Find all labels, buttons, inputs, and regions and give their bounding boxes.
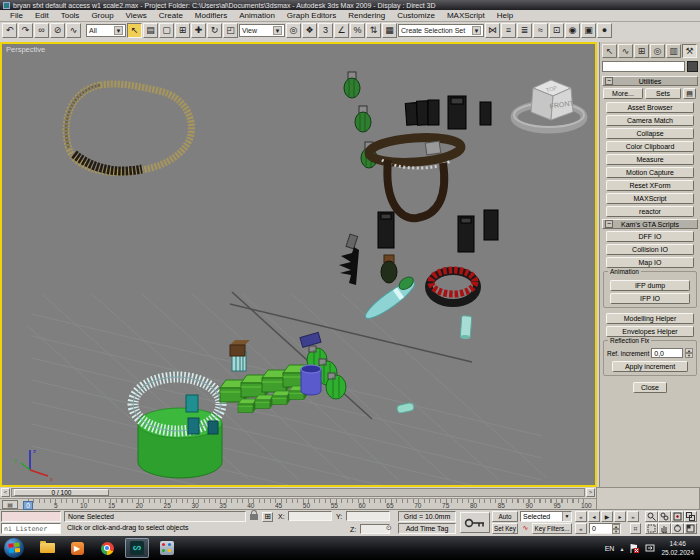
named-selection-sets-icon[interactable]: ▦ <box>382 23 397 38</box>
zoom-icon[interactable] <box>645 511 658 522</box>
sync-tray-icon[interactable] <box>645 543 655 553</box>
maxscript-mini-listener[interactable]: ni Listener <box>1 523 61 534</box>
more-button[interactable]: More... <box>603 88 643 99</box>
hierarchy-tab-icon[interactable]: ⊞ <box>634 44 649 58</box>
key-selection-dropdown[interactable]: Selected ▼ <box>520 511 572 522</box>
script-button[interactable]: Collision IO <box>606 244 694 255</box>
viewport-label[interactable]: Perspective <box>6 45 45 54</box>
percent-snap-icon[interactable]: % <box>350 23 365 38</box>
script-button[interactable]: IFP IO <box>610 293 690 304</box>
ammo-drum-object[interactable] <box>133 377 222 478</box>
set-key-button[interactable]: Set Key <box>492 523 518 534</box>
sets-button[interactable]: Sets <box>645 88 681 99</box>
menu-item[interactable]: Graph Editors <box>281 11 342 20</box>
script-button[interactable]: Map IO <box>606 257 694 268</box>
spinner-snap-icon[interactable]: ⇅ <box>366 23 381 38</box>
y-field[interactable] <box>346 511 390 521</box>
absolute-mode-icon[interactable]: ⊞ <box>262 512 273 522</box>
prev-frame-icon[interactable]: ◂ <box>588 511 600 522</box>
helper-button[interactable]: Envelopes Helper <box>606 326 694 337</box>
ammo-belt-object[interactable] <box>66 84 191 172</box>
modify-tab-icon[interactable]: ∿ <box>618 44 633 58</box>
mini-curve-editor-icon[interactable]: ▤ <box>2 500 18 509</box>
knife-object[interactable] <box>339 234 359 285</box>
menu-item[interactable]: Help <box>491 11 519 20</box>
hidden-icons-arrow[interactable]: ▴ <box>620 545 623 552</box>
action-center-flag-icon[interactable] <box>629 543 639 554</box>
go-to-start-icon[interactable]: « <box>575 523 587 534</box>
menu-item[interactable]: File <box>4 11 29 20</box>
language-indicator[interactable]: EN <box>605 545 615 552</box>
utility-button[interactable]: Measure <box>606 154 694 165</box>
redo-icon[interactable]: ↷ <box>18 23 33 38</box>
utility-button[interactable]: Color Clipboard <box>606 141 694 152</box>
utility-button[interactable]: MAXScript <box>606 193 694 204</box>
cyan-pill-object[interactable] <box>396 402 414 413</box>
quick-render-icon[interactable]: ● <box>597 23 612 38</box>
zoom-extents-icon[interactable] <box>671 511 684 522</box>
menu-item[interactable]: Customize <box>391 11 441 20</box>
go-start-icon[interactable]: « <box>575 511 587 522</box>
panel-color-swatch[interactable] <box>687 61 698 72</box>
paint-taskbar-icon[interactable] <box>155 538 179 558</box>
bind-to-space-warp-icon[interactable]: ∿ <box>66 23 81 38</box>
utilities-config-icon[interactable]: ▤ <box>683 88 696 99</box>
unlink-selection-icon[interactable]: ⊘ <box>50 23 65 38</box>
utilities-rollout-header[interactable]: − Utilities <box>602 76 698 86</box>
panel-text-field[interactable] <box>602 61 685 72</box>
keyboard-override-icon[interactable]: ⌗ <box>630 523 641 534</box>
purple-magazine-object[interactable] <box>300 332 321 347</box>
select-and-rotate-icon[interactable]: ↻ <box>207 23 222 38</box>
mirror-icon[interactable]: ⋈ <box>485 23 500 38</box>
layer-manager-icon[interactable]: ≣ <box>517 23 532 38</box>
belt-object[interactable] <box>368 135 461 218</box>
menu-item[interactable]: Tools <box>55 11 86 20</box>
create-tab-icon[interactable]: ↖ <box>602 44 617 58</box>
menu-item[interactable]: Rendering <box>342 11 391 20</box>
utility-button[interactable]: Motion Capture <box>606 167 694 178</box>
selection-set-dropdown[interactable]: Create Selection Set▼ <box>398 24 484 37</box>
select-object-icon[interactable]: ↖ <box>127 23 142 38</box>
set-key-mode-button[interactable] <box>460 512 490 533</box>
schematic-view-icon[interactable]: ⊡ <box>549 23 564 38</box>
time-slider-thumb[interactable]: 0 / 100 <box>14 489 109 496</box>
auto-key-button[interactable]: Auto Key <box>492 511 518 522</box>
file-explorer-taskbar-icon[interactable] <box>35 538 59 558</box>
window-crossing-icon[interactable]: ⊞ <box>175 23 190 38</box>
selection-lock-icon[interactable] <box>250 514 258 520</box>
3dsmax-taskbar-icon[interactable]: ᔕ <box>125 538 149 558</box>
zoom-region-icon[interactable] <box>645 523 658 534</box>
close-button[interactable]: Close <box>633 382 667 393</box>
blue-cylinder-object[interactable] <box>301 365 321 395</box>
media-player-taskbar-icon[interactable]: ▶ <box>65 538 89 558</box>
reference-coordinate-dropdown[interactable]: View▼ <box>239 24 285 37</box>
selection-filter-dropdown[interactable]: All▼ <box>86 24 126 37</box>
magazine-pouch-objects[interactable] <box>378 96 498 252</box>
select-and-scale-icon[interactable]: ◰ <box>223 23 238 38</box>
utility-button[interactable]: Reset XForm <box>606 180 694 191</box>
time-slider-track[interactable]: 0 / 100 <box>11 488 585 497</box>
material-editor-icon[interactable]: ◉ <box>565 23 580 38</box>
utility-button[interactable]: Asset Browser <box>606 102 694 113</box>
motion-tab-icon[interactable]: ◎ <box>650 44 665 58</box>
kams-rollout-header[interactable]: − Kam's GTA Scripts <box>602 219 698 229</box>
viewcube[interactable]: FRONT TOP <box>514 80 584 130</box>
spinner-arrows[interactable]: ▲▼ <box>612 524 620 534</box>
snap-toggle-icon[interactable]: 3 <box>318 23 333 38</box>
menu-item[interactable]: MAXScript <box>441 11 491 20</box>
track-bar[interactable]: ▤ 05101520253035404550556065707580859095… <box>0 498 596 510</box>
taskbar-clock[interactable]: 14:46 25.02.2024 <box>661 539 694 557</box>
menu-item[interactable]: Create <box>153 11 189 20</box>
ref-increment-field[interactable]: 0,0 <box>651 348 683 358</box>
play-icon[interactable]: ▶ <box>601 511 613 522</box>
next-frame-icon[interactable]: ▸ <box>614 511 626 522</box>
current-frame-field[interactable]: 0 ▲▼ <box>589 523 621 534</box>
select-and-link-icon[interactable]: ∞ <box>34 23 49 38</box>
menu-item[interactable]: Animation <box>233 11 281 20</box>
utility-button[interactable]: Camera Match <box>606 115 694 126</box>
cyan-cylinder-object[interactable] <box>460 316 472 340</box>
select-and-manipulate-icon[interactable]: ❖ <box>302 23 317 38</box>
shell-belt-object[interactable] <box>429 270 477 303</box>
chrome-taskbar-icon[interactable] <box>95 538 119 558</box>
apply-increment-button[interactable]: Apply increment <box>612 361 688 372</box>
